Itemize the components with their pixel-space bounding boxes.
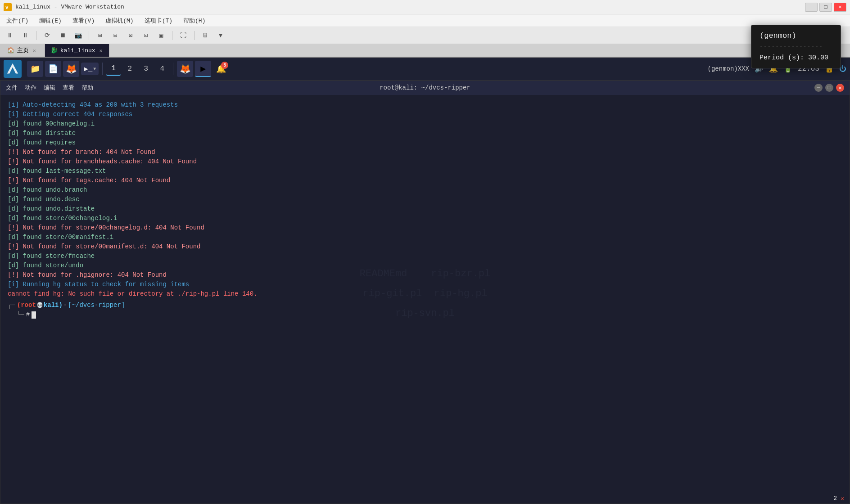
prompt-path-text: [~/dvcs-ripper]	[68, 301, 125, 310]
terminal-wrapper: 文件 动作 编辑 查看 帮助 root@kali: ~/dvcs-ripper …	[0, 80, 850, 504]
prompt-input-line[interactable]: └─ #	[17, 310, 842, 320]
tab-home-close[interactable]: ✕	[32, 47, 37, 54]
toolbar-fullscreen-btn[interactable]: ⛶	[177, 30, 190, 41]
prompt-bracket-open: ┌─	[8, 301, 15, 310]
kali-toolbar: 📁 📄 🦊 ▶_ ▼ 1 2 3 4 🦊 ▶ 🔔 5 (genmon)XXX 🔊…	[0, 58, 850, 80]
toolbar-layout2-btn[interactable]: ⊟	[109, 30, 122, 41]
genmon-popup: (genmon) ---------------- Period (s): 30…	[751, 25, 841, 68]
terminal-line: [d] found store/00manifest.i	[8, 233, 842, 242]
term-menu-help[interactable]: 帮助	[81, 84, 93, 92]
tab-bar: 🏠 主页 ✕ 🐉 kali_linux ✕	[0, 44, 850, 58]
minimize-button[interactable]: ─	[805, 3, 818, 12]
terminal-line: [!] Not found for store/00changelog.d: 4…	[8, 223, 842, 233]
terminal-titlebar: 文件 动作 编辑 查看 帮助 root@kali: ~/dvcs-ripper …	[0, 81, 850, 95]
terminal-line: [d] found store/undo	[8, 261, 842, 270]
title-bar-left: V kali_linux - VMware Workstation	[4, 3, 124, 11]
menu-file[interactable]: 文件(F)	[2, 16, 33, 26]
term-menu-edit[interactable]: 编辑	[44, 84, 55, 92]
menu-view[interactable]: 查看(V)	[68, 16, 99, 26]
terminal-title: root@kali: ~/dvcs-ripper	[380, 84, 470, 91]
terminal-line: [d] found undo.desc	[8, 195, 842, 204]
menu-bar: 文件(F) 编辑(E) 查看(V) 虚拟机(M) 选项卡(T) 帮助(H)	[0, 14, 850, 27]
term-menu-file[interactable]: 文件	[6, 84, 18, 92]
notification-badge[interactable]: 5	[221, 62, 228, 69]
terminal-line: [d] found 00changelog.i	[8, 119, 842, 129]
terminal-line: [!] Not found for .hgignore: 404 Not Fou…	[8, 270, 842, 280]
toolbar-layout1-btn[interactable]: ⊞	[94, 30, 106, 41]
toolbar-display2-btn[interactable]: ▼	[214, 30, 227, 41]
genmon-popup-period: Period (s): 30.00	[760, 54, 832, 62]
terminal-line: [!] Not found for branchheads.cache: 404…	[8, 157, 842, 166]
tab-kali-close[interactable]: ✕	[98, 47, 104, 54]
workspace-3-btn[interactable]: 3	[139, 62, 153, 76]
menu-edit[interactable]: 编辑(E)	[35, 16, 66, 26]
toolbar-suspend-btn[interactable]: ⏹	[56, 30, 69, 41]
title-bar-text: kali_linux - VMware Workstation	[15, 4, 124, 10]
menu-help[interactable]: 帮助(H)	[179, 16, 210, 26]
term-menu-view[interactable]: 查看	[63, 84, 74, 92]
toolbar-snapshot-btn[interactable]: 📷	[72, 30, 84, 41]
terminal-maximize-btn[interactable]: □	[825, 84, 833, 92]
terminal-output: [i] Auto-detecting 404 as 200 with 3 req…	[8, 100, 842, 299]
tab-kali[interactable]: 🐉 kali_linux ✕	[45, 44, 110, 57]
maximize-button[interactable]: □	[819, 3, 832, 12]
workspace-2-btn[interactable]: 2	[122, 62, 137, 76]
terminal-line: cannot find hg: No such file or director…	[8, 289, 842, 299]
toolbar-sep-3	[172, 31, 172, 40]
terminal-line: [!] Not found for store/00manifest.d: 40…	[8, 242, 842, 252]
terminal-cursor	[32, 311, 36, 319]
toolbar-layout5-btn[interactable]: ▣	[155, 30, 167, 41]
kali-tab-icon: 🐉	[50, 47, 58, 54]
title-bar: V kali_linux - VMware Workstation ─ □ ✕	[0, 0, 850, 14]
toolbar-power-btn[interactable]: ⟳	[41, 30, 54, 41]
terminal-line: [d] found requires	[8, 138, 842, 148]
prompt-connector: └─	[17, 310, 24, 320]
workspace-4-btn[interactable]: 4	[155, 62, 169, 76]
terminal-window: 文件 动作 编辑 查看 帮助 root@kali: ~/dvcs-ripper …	[0, 80, 850, 504]
terminal-line: [d] found undo.dirstate	[8, 204, 842, 214]
toolbar-layout3-btn[interactable]: ⊠	[124, 30, 137, 41]
genmon-period-label: Period (s):	[760, 54, 804, 62]
genmon-label[interactable]: (genmon)XXX	[708, 65, 749, 72]
status-close-btn[interactable]: ✕	[841, 495, 844, 502]
prompt-hash: #	[26, 310, 30, 320]
toolbar-display-btn[interactable]: 🖥	[199, 30, 212, 41]
prompt-skull-icon: 💀	[36, 302, 43, 310]
term-menu-action[interactable]: 动作	[25, 84, 36, 92]
bottom-status-bar: 2 ✕	[0, 493, 850, 504]
terminal-close-btn[interactable]: ✕	[836, 84, 844, 92]
svg-text:V: V	[5, 5, 9, 10]
terminal-line: [d] found undo.branch	[8, 185, 842, 195]
terminal-launcher[interactable]: ▶_ ▼	[81, 63, 99, 75]
workspace-1-btn[interactable]: 1	[106, 62, 121, 76]
terminal-content[interactable]: READMEmd rip-bzr.pl rip-git.pl rip-hg.pl…	[0, 95, 850, 493]
kali-logo[interactable]	[4, 60, 22, 78]
terminal-active-btn[interactable]: ▶	[195, 61, 211, 77]
menu-vm[interactable]: 虚拟机(M)	[101, 16, 138, 26]
kali-toolbar-sep1	[102, 63, 103, 75]
terminal-menu: 文件 动作 编辑 查看 帮助	[6, 84, 93, 92]
toolbar-pause2-btn[interactable]: ⏸	[19, 30, 32, 41]
genmon-period-value: 30.00	[808, 54, 828, 62]
menu-tab[interactable]: 选项卡(T)	[140, 16, 177, 26]
genmon-popup-sep: ----------------	[760, 43, 832, 50]
tab-kali-label: kali_linux	[60, 47, 95, 54]
close-button[interactable]: ✕	[834, 3, 846, 12]
text-editor-btn[interactable]: 📄	[45, 61, 61, 77]
notification-area: 🔔 5	[213, 61, 229, 77]
prompt-host-text: kali)	[44, 301, 63, 310]
tab-home[interactable]: 🏠 主页 ✕	[0, 44, 45, 57]
firefox-taskbar-btn[interactable]: 🦊	[177, 61, 193, 77]
title-bar-controls: ─ □ ✕	[805, 3, 846, 12]
terminal-line: [!] Not found for tags.cache: 404 Not Fo…	[8, 176, 842, 185]
toolbar-layout4-btn[interactable]: ⊡	[140, 30, 152, 41]
files-btn[interactable]: 📁	[27, 61, 43, 77]
terminal-minimize-btn[interactable]: ─	[814, 84, 823, 92]
tab-home-label: 主页	[17, 46, 29, 54]
firefox-btn[interactable]: 🦊	[63, 61, 79, 77]
toolbar-pause-btn[interactable]: ⏸	[4, 30, 16, 41]
genmon-popup-title: (genmon)	[760, 32, 832, 40]
vmware-icon: V	[4, 3, 12, 11]
toolbar-sep-4	[194, 31, 194, 40]
terminal-line: [d] found store/fncache	[8, 252, 842, 261]
